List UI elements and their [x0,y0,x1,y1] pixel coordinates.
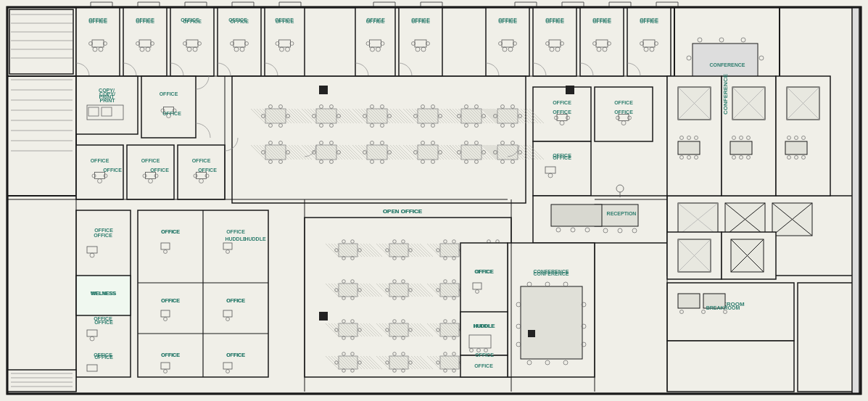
floorplan-canvas [0,0,868,401]
floorplan [0,0,868,401]
